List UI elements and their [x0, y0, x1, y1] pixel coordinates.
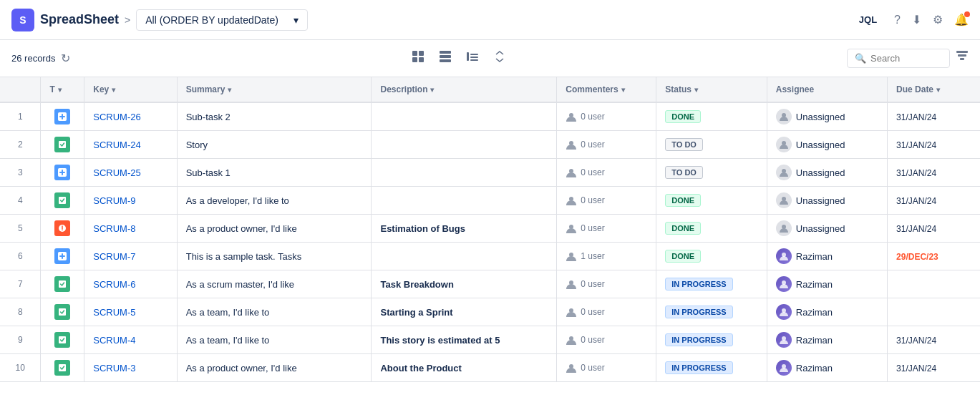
- assignee-avatar: [776, 332, 792, 348]
- svg-rect-11: [956, 51, 968, 53]
- assignee-avatar: [776, 304, 792, 320]
- status-badge: TO DO: [665, 138, 703, 151]
- filter-button[interactable]: [956, 50, 969, 67]
- description-cell: About the Product: [372, 354, 557, 382]
- issue-key-link[interactable]: SCRUM-8: [93, 223, 135, 234]
- type-cell: [41, 102, 84, 131]
- table-row: 8 SCRUM-5 As a team, I'd like to Startin…: [0, 298, 980, 326]
- key-cell: SCRUM-4: [84, 326, 177, 354]
- assignee-cell: Unassigned: [767, 159, 887, 187]
- commenters-count: 0 user: [581, 223, 604, 233]
- status-cell: DONE: [656, 215, 767, 243]
- issues-table: T▾ Key▾ Summary▾ Description▾ Commenters…: [0, 77, 980, 382]
- filter-dropdown[interactable]: All (ORDER BY updatedDate) ▾: [136, 9, 308, 31]
- type-icon: [54, 248, 70, 264]
- summary-text: As a developer, I'd like to: [186, 195, 289, 206]
- row-number: 9: [0, 326, 41, 354]
- notification-icon[interactable]: 🔔: [954, 13, 969, 26]
- card-view-button[interactable]: [433, 46, 457, 71]
- jql-button[interactable]: JQL: [853, 11, 883, 28]
- issue-key-link[interactable]: SCRUM-3: [93, 363, 135, 374]
- refresh-button[interactable]: ↻: [61, 52, 70, 65]
- col-header-status[interactable]: Status▾: [656, 77, 767, 102]
- col-header-due-date[interactable]: Due Date▾: [888, 77, 980, 102]
- issue-key-link[interactable]: SCRUM-4: [93, 335, 135, 346]
- issue-key-link[interactable]: SCRUM-7: [93, 251, 135, 262]
- description-text: About the Product: [380, 363, 461, 374]
- issue-key-link[interactable]: SCRUM-9: [93, 195, 135, 206]
- commenters-cell: 1 user: [557, 243, 656, 270]
- status-badge: DONE: [665, 194, 701, 207]
- commenters-cell: 0 user: [557, 159, 656, 187]
- assignee-cell: Raziman: [767, 326, 887, 354]
- assignee-name: Unassigned: [796, 167, 845, 178]
- summary-cell: Sub-task 1: [177, 159, 372, 187]
- toolbar-left: 26 records ↻: [11, 52, 70, 65]
- commenters-cell: 0 user: [557, 326, 656, 354]
- issue-key-link[interactable]: SCRUM-5: [93, 307, 135, 318]
- due-date-cell: [888, 298, 980, 326]
- key-cell: SCRUM-6: [84, 270, 177, 298]
- row-number: 2: [0, 131, 41, 159]
- type-cell: [41, 131, 84, 159]
- commenters-cell: 0 user: [557, 270, 656, 298]
- table-row: 3 SCRUM-25 Sub-task 1 0 user TO DO Unass…: [0, 159, 980, 187]
- description-cell: [372, 131, 557, 159]
- summary-text: As a product owner, I'd like: [186, 223, 297, 234]
- issue-key-link[interactable]: SCRUM-6: [93, 279, 135, 290]
- col-header-key[interactable]: Key▾: [84, 77, 177, 102]
- issue-key-link[interactable]: SCRUM-25: [93, 167, 140, 178]
- table-view-button[interactable]: [406, 46, 430, 71]
- table-row: 7 SCRUM-6 As a scrum master, I'd like Ta…: [0, 270, 980, 298]
- top-bar-right: JQL ? ⬇ ⚙ 🔔: [853, 11, 969, 28]
- due-date-text: 31/JAN/24: [896, 224, 936, 234]
- status-badge: DONE: [665, 222, 701, 235]
- col-header-assignee[interactable]: Assignee: [767, 77, 887, 102]
- summary-cell: As a developer, I'd like to: [177, 187, 372, 215]
- key-cell: SCRUM-24: [84, 131, 177, 159]
- row-number: 6: [0, 243, 41, 270]
- col-header-type[interactable]: T▾: [41, 77, 84, 102]
- description-text: Task Breakdown: [380, 279, 453, 290]
- search-box[interactable]: 🔍: [847, 49, 950, 68]
- col-header-summary[interactable]: Summary▾: [177, 77, 372, 102]
- description-cell: Estimation of Bugs: [372, 215, 557, 243]
- collapse-button[interactable]: [487, 46, 512, 71]
- summary-text: Sub-task 2: [186, 112, 231, 122]
- issue-key-link[interactable]: SCRUM-26: [93, 112, 140, 122]
- summary-text: As a team, I'd like to: [186, 307, 270, 318]
- description-cell: Starting a Sprint: [372, 298, 557, 326]
- due-date-cell: 31/JAN/24: [888, 187, 980, 215]
- due-date-cell: 31/JAN/24: [888, 215, 980, 243]
- due-date-text: 31/JAN/24: [896, 196, 936, 206]
- col-header-description[interactable]: Description▾: [372, 77, 557, 102]
- row-number: 5: [0, 215, 41, 243]
- app-logo: S: [11, 9, 34, 31]
- col-header-num: [0, 77, 41, 102]
- status-cell: DONE: [656, 187, 767, 215]
- svg-rect-1: [419, 51, 424, 56]
- table-container: T▾ Key▾ Summary▾ Description▾ Commenters…: [0, 77, 980, 382]
- settings-icon[interactable]: ⚙: [933, 13, 943, 26]
- group-view-button[interactable]: [460, 46, 485, 71]
- summary-text: As a team, I'd like to: [186, 335, 270, 346]
- summary-text: This is a sample task. Tasks: [186, 251, 302, 262]
- due-date-text: 31/JAN/24: [896, 140, 936, 150]
- key-cell: SCRUM-8: [84, 215, 177, 243]
- record-count: 26 records: [11, 53, 55, 64]
- due-date-text: 31/JAN/24: [896, 168, 936, 178]
- row-number: 8: [0, 298, 41, 326]
- search-input[interactable]: [870, 53, 942, 64]
- commenters-count: 0 user: [581, 112, 604, 122]
- key-cell: SCRUM-26: [84, 102, 177, 131]
- table-row: 10 SCRUM-3 As a product owner, I'd like …: [0, 354, 980, 382]
- download-icon[interactable]: ⬇: [912, 13, 921, 26]
- row-number: 4: [0, 187, 41, 215]
- col-header-commenters[interactable]: Commenters▾: [557, 77, 656, 102]
- issue-key-link[interactable]: SCRUM-24: [93, 140, 140, 150]
- assignee-name: Unassigned: [796, 112, 845, 122]
- help-icon[interactable]: ?: [894, 14, 901, 26]
- status-badge: IN PROGRESS: [665, 333, 732, 346]
- commenters-count: 0 user: [581, 363, 604, 373]
- commenters-cell: 0 user: [557, 131, 656, 159]
